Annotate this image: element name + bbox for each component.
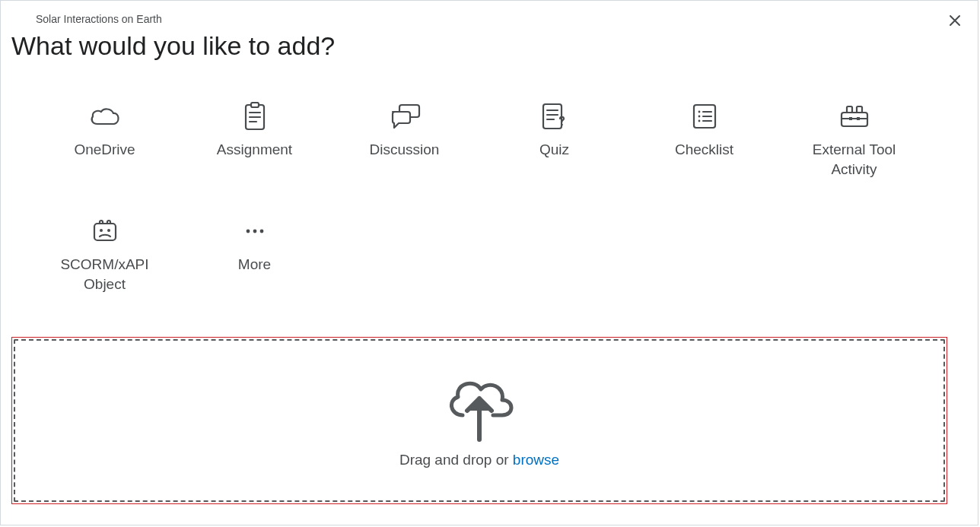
svg-point-15 [698, 120, 700, 122]
close-icon [949, 14, 961, 27]
svg-point-28 [259, 230, 263, 233]
scorm-icon [92, 219, 118, 243]
cloud-icon [88, 106, 122, 127]
browse-link[interactable]: browse [513, 452, 559, 468]
breadcrumb: Solar Interactions on Earth [36, 13, 947, 25]
toolbox-icon [838, 103, 870, 129]
svg-point-26 [246, 230, 250, 233]
svg-point-9 [561, 124, 563, 126]
dropzone-prefix: Drag and drop or [399, 452, 513, 468]
option-checklist[interactable]: Checklist [631, 100, 778, 179]
option-label: Checklist [675, 140, 733, 160]
cloud-upload-icon [440, 373, 519, 444]
dropzone-text: Drag and drop or browse [399, 452, 559, 468]
option-scorm[interactable]: SCORM/xAPI Object [31, 215, 178, 294]
svg-point-11 [698, 111, 700, 113]
close-button[interactable] [949, 14, 961, 27]
svg-rect-5 [543, 104, 562, 129]
option-quiz[interactable]: Quiz [481, 100, 628, 179]
svg-point-24 [100, 229, 103, 232]
option-more[interactable]: More [181, 215, 328, 294]
svg-rect-21 [849, 117, 852, 120]
option-label: External Tool Activity [790, 140, 919, 179]
option-onedrive[interactable]: OneDrive [31, 100, 178, 179]
checklist-icon [692, 103, 718, 130]
option-external-tool[interactable]: External Tool Activity [781, 100, 928, 179]
option-label: More [238, 255, 271, 275]
page-title: What would you like to add? [11, 31, 947, 61]
option-label: Assignment [217, 140, 292, 160]
quiz-icon [541, 102, 568, 131]
option-label: OneDrive [74, 140, 135, 160]
svg-rect-4 [251, 103, 259, 107]
more-icon [242, 227, 268, 235]
svg-point-27 [253, 230, 256, 233]
add-content-dialog: Solar Interactions on Earth What would y… [0, 0, 978, 525]
option-assignment[interactable]: Assignment [181, 100, 328, 179]
svg-rect-22 [857, 117, 860, 120]
dropzone-highlight: Drag and drop or browse [11, 337, 947, 504]
discussion-icon [388, 103, 422, 130]
svg-rect-19 [847, 106, 852, 113]
svg-point-25 [107, 229, 110, 232]
svg-rect-20 [857, 106, 862, 113]
option-label: Discussion [370, 140, 440, 160]
svg-point-13 [698, 116, 700, 118]
option-label: Quiz [539, 140, 569, 160]
assignment-icon [242, 102, 268, 131]
option-discussion[interactable]: Discussion [331, 100, 478, 179]
option-label: SCORM/xAPI Object [40, 255, 170, 294]
svg-rect-23 [94, 224, 116, 240]
file-dropzone[interactable]: Drag and drop or browse [14, 339, 945, 502]
options-grid: OneDrive Assignment [11, 82, 947, 310]
